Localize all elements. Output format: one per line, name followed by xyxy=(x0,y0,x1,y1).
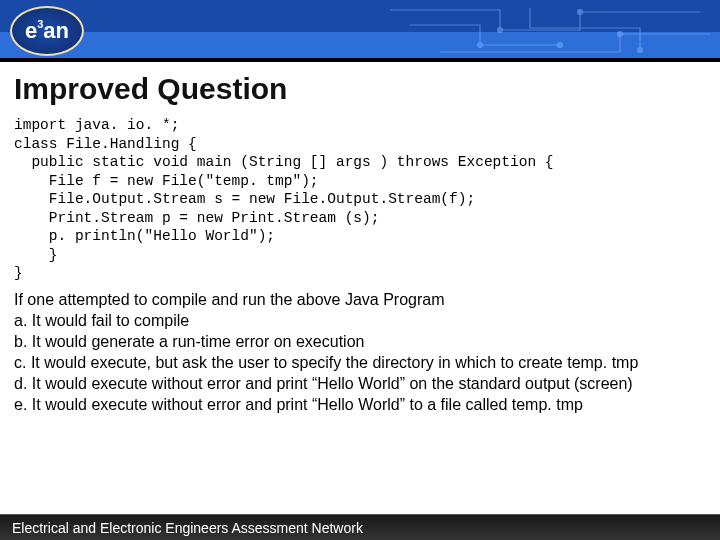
svg-point-2 xyxy=(478,43,483,48)
svg-point-0 xyxy=(498,28,503,33)
footer-bar: Electrical and Electronic Engineers Asse… xyxy=(0,514,720,540)
svg-point-1 xyxy=(578,10,583,15)
logo-text-e: e xyxy=(25,18,37,44)
svg-point-3 xyxy=(638,48,643,53)
logo-text-sup: 3 xyxy=(37,18,43,30)
slide-title: Improved Question xyxy=(14,72,706,106)
svg-point-5 xyxy=(558,43,563,48)
circuit-decoration xyxy=(380,0,720,62)
option-d: d. It would execute without error and pr… xyxy=(14,373,706,394)
code-line: } xyxy=(14,265,23,281)
footer-text: Electrical and Electronic Engineers Asse… xyxy=(12,520,363,536)
option-a: a. It would fail to compile xyxy=(14,310,706,331)
question-stem: If one attempted to compile and run the … xyxy=(14,289,706,310)
header-bar: e3an xyxy=(0,0,720,62)
code-line: Print.Stream p = new Print.Stream (s); xyxy=(14,210,379,226)
code-line: File.Output.Stream s = new File.Output.S… xyxy=(14,191,475,207)
option-c: c. It would execute, but ask the user to… xyxy=(14,352,706,373)
option-e: e. It would execute without error and pr… xyxy=(14,394,706,415)
slide-content: Improved Question import java. io. *; cl… xyxy=(0,62,720,416)
svg-point-4 xyxy=(618,32,623,37)
code-line: } xyxy=(14,247,58,263)
code-line: public static void main (String [] args … xyxy=(14,154,554,170)
logo-text-suffix: an xyxy=(43,18,69,44)
code-line: File f = new File("temp. tmp"); xyxy=(14,173,319,189)
code-line: class File.Handling { xyxy=(14,136,197,152)
code-line: p. println("Hello World"); xyxy=(14,228,275,244)
option-b: b. It would generate a run-time error on… xyxy=(14,331,706,352)
logo: e3an xyxy=(8,4,86,58)
code-line: import java. io. *; xyxy=(14,117,179,133)
code-block: import java. io. *; class File.Handling … xyxy=(14,116,706,283)
